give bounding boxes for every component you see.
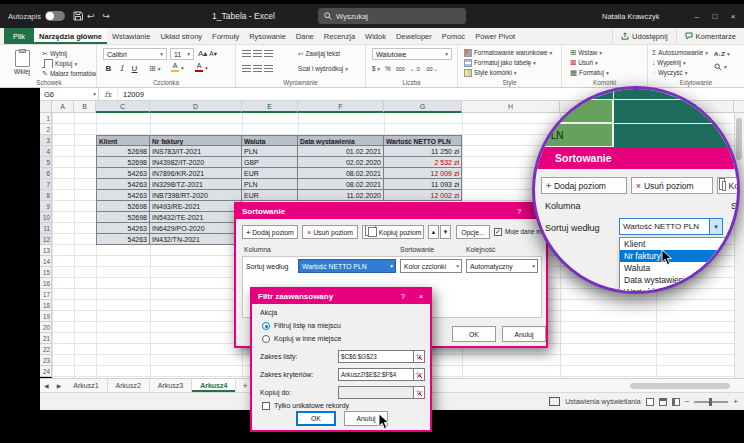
headers-checkbox[interactable]: ✓ (494, 228, 502, 236)
table-cell[interactable]: IN7896/KR-2021 (150, 168, 242, 179)
copy-button[interactable]: Kopiuj▾ (42, 59, 96, 68)
grow-font-icon[interactable]: A▴ (198, 49, 207, 58)
table-cell[interactable]: 54263 (96, 234, 150, 245)
borders-button[interactable]: ⊞▾ (149, 64, 165, 73)
table-cell[interactable]: EUR (242, 190, 298, 201)
sort-by-combo[interactable]: Wartość NETTO PLN▾ (298, 259, 396, 273)
undo-icon[interactable]: ↩ (83, 11, 99, 21)
decrease-decimal-button[interactable]: .00→ (425, 66, 438, 72)
comments-button[interactable]: Komentarze (676, 28, 744, 44)
insert-cells-button[interactable]: ⊞Wstaw▾ (570, 48, 640, 57)
dropdown-item-1[interactable]: Nr faktury (620, 250, 728, 262)
ribbon-tab-układ-strony[interactable]: Układ strony (155, 28, 207, 44)
horizontal-scrollbar-thumb[interactable] (630, 383, 730, 389)
wrap-text-button[interactable]: ↩Zawijaj tekst (298, 49, 360, 58)
zoom-slider-knob[interactable] (709, 398, 712, 406)
row-header-20[interactable]: 20 (40, 322, 52, 333)
range-picker-icon[interactable] (413, 368, 425, 381)
filter-dialog-titlebar[interactable]: Filtr zaawansowany ? × (252, 289, 430, 304)
copy-level-button[interactable]: Kopiuj poziom (362, 225, 424, 239)
table-cell[interactable]: 12 002 zł (384, 190, 462, 201)
column-header-D[interactable]: D (150, 101, 242, 113)
ribbon-tab-narzędzia-główne[interactable]: Narzędzia główne (34, 28, 107, 44)
vertical-scrollbar-thumb[interactable] (736, 118, 742, 160)
search-box[interactable]: Wyszukaj (318, 8, 466, 24)
sort-filter-button[interactable]: A↓Z▾ (714, 49, 742, 58)
table-cell[interactable]: 02.02.2020 (298, 157, 384, 168)
maximize-button[interactable]: □ (706, 4, 724, 28)
move-up-button[interactable]: ▴ (428, 225, 439, 239)
table-cell[interactable]: 11 093 zł (384, 179, 462, 190)
table-cell[interactable]: IN432/TN-2021 (150, 234, 242, 245)
unique-records-checkbox[interactable] (262, 402, 270, 410)
row-header-6[interactable]: 6 (40, 168, 52, 179)
sheet-tab-arkusz3[interactable]: Arkusz3 (150, 379, 192, 392)
select-all-corner[interactable] (40, 101, 52, 113)
table-header-cell[interactable]: Data wystawienia (298, 135, 384, 146)
row-header-24[interactable]: 24 (40, 366, 52, 377)
filter-in-place-radio[interactable] (262, 322, 270, 330)
table-cell[interactable]: IN493/RE-2021 (150, 201, 242, 212)
range-picker-icon[interactable] (413, 386, 425, 399)
tab-scroll-left-icon[interactable]: ◀ (40, 379, 53, 392)
save-icon[interactable] (73, 11, 83, 21)
row-header-23[interactable]: 23 (40, 355, 52, 366)
row-header-12[interactable]: 12 (40, 234, 52, 245)
tab-scroll-right-icon[interactable]: ▶ (53, 379, 66, 392)
table-header-cell[interactable]: Waluta (242, 135, 298, 146)
cut-button[interactable]: ✂Wytnij (42, 49, 96, 58)
redo-icon[interactable]: ↪ (98, 11, 114, 21)
table-header-cell[interactable]: Wartość NETTO PLN (384, 135, 462, 146)
page-break-view-icon[interactable] (672, 398, 680, 406)
table-cell[interactable]: 52698 (96, 146, 150, 157)
table-cell[interactable]: PLN (242, 146, 298, 157)
delete-level-button[interactable]: ×Usuń poziom (302, 225, 358, 239)
table-cell[interactable]: IN43982/IT-2020 (150, 157, 242, 168)
row-header-16[interactable]: 16 (40, 278, 52, 289)
row-header-3[interactable]: 3 (40, 135, 52, 146)
fx-icon[interactable]: fx (99, 88, 118, 100)
row-header-21[interactable]: 21 (40, 333, 52, 344)
copy-elsewhere-radio[interactable] (262, 335, 270, 343)
row-header-5[interactable]: 5 (40, 157, 52, 168)
find-select-button[interactable]: ▾ (714, 62, 742, 71)
row-header-8[interactable]: 8 (40, 190, 52, 201)
table-cell[interactable]: IN6429/PO-2020 (150, 223, 242, 234)
row-header-11[interactable]: 11 (40, 223, 52, 234)
row-header-17[interactable]: 17 (40, 289, 52, 300)
table-cell[interactable]: 12 009 zł (384, 168, 462, 179)
row-header-7[interactable]: 7 (40, 179, 52, 190)
name-box[interactable]: G6▾ (40, 88, 99, 100)
ribbon-tab-power-pivot[interactable]: Power Pivot (470, 28, 520, 44)
sheet-tab-arkusz2[interactable]: Arkusz2 (108, 379, 150, 392)
zoomed-add-level-button[interactable]: +Dodaj poziom (541, 177, 627, 194)
column-header-G[interactable]: G (384, 101, 462, 113)
sort-on-combo[interactable]: Kolor czcionki▾ (400, 259, 462, 273)
comma-style-button[interactable]: 000 (396, 66, 405, 72)
grow-shrink-font[interactable]: A▴A▾ (198, 49, 228, 58)
fill-button[interactable]: ↓Wypełnij▾ (652, 58, 710, 67)
sheet-tab-arkusz4[interactable]: Arkusz4 (192, 379, 236, 392)
ribbon-tab-rysowanie[interactable]: Rysowanie (244, 28, 291, 44)
page-layout-view-icon[interactable] (659, 398, 667, 406)
options-button[interactable]: Opcje... (456, 225, 490, 239)
underline-button[interactable]: U (129, 64, 140, 73)
autosum-button[interactable]: ΣAutosumowanie▾ (652, 48, 710, 57)
chevron-down-icon[interactable]: ▾ (709, 219, 722, 234)
bold-button[interactable]: B (103, 64, 114, 73)
close-icon[interactable]: × (412, 289, 430, 304)
minimize-button[interactable]: – (688, 4, 706, 28)
align-top-buttons[interactable] (242, 49, 282, 58)
column-header-E[interactable]: E (242, 101, 298, 113)
ribbon-tab-pomoc[interactable]: Pomoc (437, 28, 470, 44)
table-cell[interactable]: 54263 (96, 223, 150, 234)
table-cell[interactable]: 11.02.2020 (298, 190, 384, 201)
ribbon-tab-formuły[interactable]: Formuły (207, 28, 244, 44)
format-as-table-button[interactable]: Formatuj jako tabelę▾ (464, 58, 558, 67)
delete-cells-button[interactable]: ⊠Usuń▾ (570, 58, 640, 67)
font-size-combo[interactable]: 11▾ (170, 48, 194, 60)
table-cell[interactable]: INS783/IT-2021 (150, 146, 242, 157)
row-header-9[interactable]: 9 (40, 201, 52, 212)
criteria-range-input[interactable]: Arkusz2!$E$2:$F$4 (338, 368, 414, 381)
zoom-out-icon[interactable]: − (685, 397, 690, 406)
